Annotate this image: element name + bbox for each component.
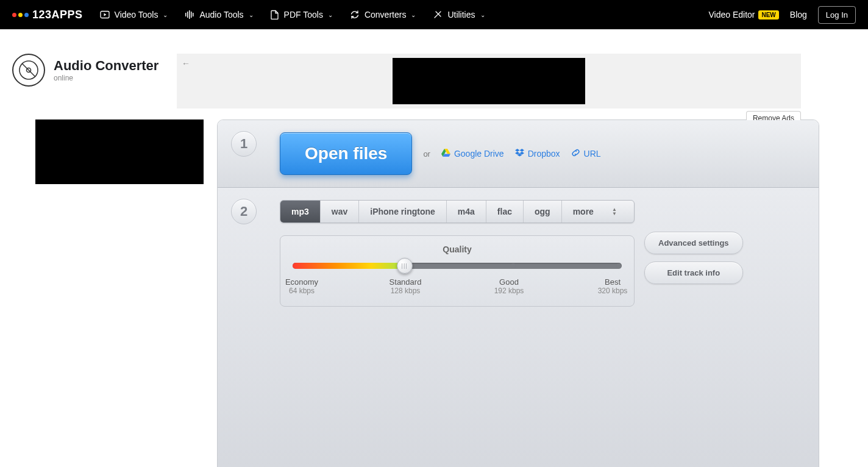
chevron-down-icon: ⌄ (411, 12, 416, 18)
new-badge: NEW (758, 10, 778, 20)
svg-rect-4 (191, 12, 192, 18)
svg-rect-2 (187, 12, 188, 18)
dropbox-link[interactable]: Dropbox (515, 149, 560, 159)
quality-label-good: Good (488, 277, 530, 287)
quality-value-standard: 128 kbps (384, 287, 427, 295)
audio-converter-icon (12, 54, 45, 87)
svg-rect-1 (185, 13, 187, 16)
format-tabs: mp3 wav iPhone ringtone m4a flac ogg mor… (280, 200, 635, 223)
tab-ogg[interactable]: ogg (524, 201, 562, 223)
page-subtitle: online (54, 74, 158, 82)
google-drive-link[interactable]: Google Drive (441, 149, 504, 159)
tab-wav[interactable]: wav (321, 201, 359, 223)
tab-iphone-ringtone[interactable]: iPhone ringtone (359, 201, 447, 223)
google-drive-icon (441, 149, 450, 159)
stepper-icon: ▲▼ (612, 207, 617, 216)
dropbox-icon (515, 149, 524, 159)
quality-value-best: 320 kbps (591, 287, 634, 295)
edit-track-info-button[interactable]: Edit track info (644, 262, 743, 284)
nav-label: Converters (365, 10, 406, 20)
step-number-1: 1 (231, 131, 257, 157)
quality-value-good: 192 kbps (488, 287, 530, 295)
open-files-button[interactable]: Open files (280, 132, 412, 175)
dropbox-label: Dropbox (528, 149, 560, 159)
tab-m4a[interactable]: m4a (447, 201, 486, 223)
logo-dots-icon (12, 13, 29, 17)
url-label: URL (584, 149, 601, 159)
ad-placeholder (393, 58, 585, 104)
or-text: or (423, 149, 430, 159)
brand-logo[interactable]: 123APPS (12, 9, 83, 21)
tab-more[interactable]: more ▲▼ (562, 201, 628, 223)
tab-flac[interactable]: flac (486, 201, 524, 223)
ad-placeholder (35, 119, 204, 184)
svg-rect-3 (189, 10, 190, 19)
svg-line-8 (22, 63, 35, 77)
quality-value-economy: 64 kbps (280, 287, 323, 295)
nav-label: PDF Tools (284, 10, 323, 20)
tab-more-label: more (573, 207, 594, 216)
step-number-2: 2 (231, 199, 257, 224)
svg-rect-5 (193, 13, 194, 16)
audio-bars-icon (185, 10, 194, 20)
document-icon (271, 10, 279, 20)
video-editor-label: Video Editor (708, 10, 755, 20)
converter-panel: 1 Open files or Google Drive Dropbox (217, 119, 819, 467)
top-navbar: 123APPS Video Tools ⌄ Audio Tools ⌄ PDF … (0, 0, 868, 29)
chevron-down-icon: ⌄ (480, 12, 485, 18)
chevron-down-icon: ⌄ (328, 12, 333, 18)
chevron-down-icon: ⌄ (249, 12, 254, 18)
nav-audio-tools[interactable]: Audio Tools ⌄ (185, 10, 253, 20)
gdrive-label: Google Drive (454, 149, 504, 159)
app-title-block: Audio Converter online (12, 54, 177, 87)
sync-icon (350, 10, 360, 20)
nav-label: Video Tools (115, 10, 158, 20)
url-link[interactable]: URL (571, 149, 601, 159)
video-editor-link[interactable]: Video Editor NEW (708, 10, 778, 20)
quality-title: Quality (293, 244, 622, 254)
tab-mp3[interactable]: mp3 (280, 201, 321, 223)
link-icon (571, 149, 580, 159)
ad-banner-left (35, 119, 204, 467)
brand-text: 123APPS (32, 9, 83, 21)
nav-utilities[interactable]: Utilities ⌄ (433, 10, 485, 20)
nav-converters[interactable]: Converters ⌄ (350, 10, 416, 20)
nav-pdf-tools[interactable]: PDF Tools ⌄ (271, 10, 333, 20)
slider-handle[interactable] (397, 258, 413, 274)
quality-label-best: Best (591, 277, 634, 287)
quality-label-economy: Economy (280, 277, 323, 287)
login-button[interactable]: Log In (818, 6, 856, 24)
nav-video-tools[interactable]: Video Tools ⌄ (100, 10, 168, 20)
nav-label: Audio Tools (199, 10, 243, 20)
quality-box: Quality Economy 64 kbps Standard (280, 235, 635, 307)
quality-label-standard: Standard (384, 277, 427, 287)
arrow-left-icon[interactable]: ← (182, 59, 190, 68)
advanced-settings-button[interactable]: Advanced settings (644, 232, 743, 254)
quality-slider[interactable] (293, 263, 622, 269)
chevron-down-icon: ⌄ (163, 12, 168, 18)
ad-banner-top: ← (177, 54, 801, 109)
nav-label: Utilities (447, 10, 475, 20)
step-open-files: 1 Open files or Google Drive Dropbox (218, 120, 819, 188)
tools-icon (433, 10, 443, 20)
page-title: Audio Converter (54, 58, 158, 74)
play-rect-icon (100, 10, 110, 20)
step-format-quality: 2 mp3 wav iPhone ringtone m4a flac ogg m… (218, 188, 819, 467)
blog-link[interactable]: Blog (790, 10, 807, 20)
